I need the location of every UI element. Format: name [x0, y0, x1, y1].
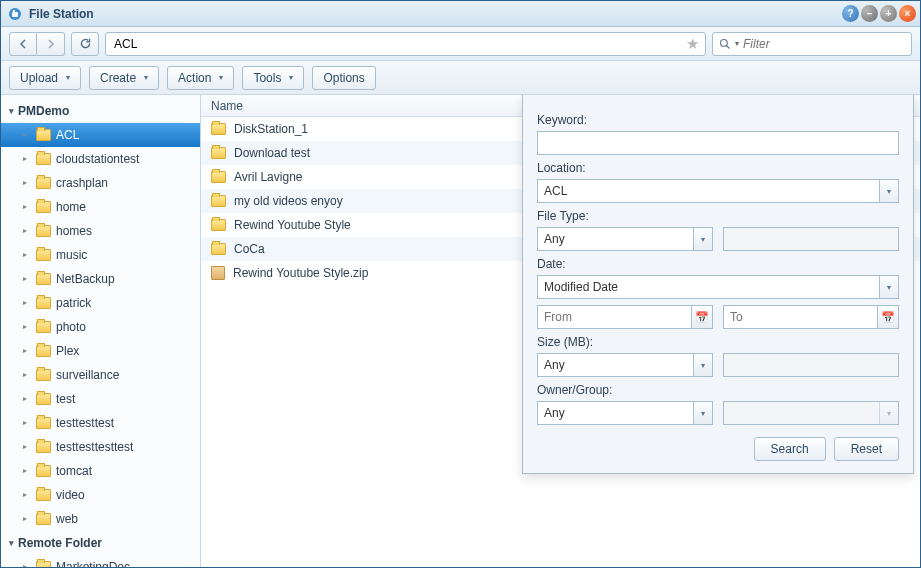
calendar-icon[interactable]: 📅	[691, 305, 713, 329]
sidebar-item[interactable]: ▸crashplan	[1, 171, 200, 195]
chevron-right-icon: ▸	[23, 295, 31, 311]
filter-input[interactable]	[743, 37, 905, 51]
action-button[interactable]: Action▾	[167, 66, 234, 90]
sidebar-item[interactable]: ▸tomcat	[1, 459, 200, 483]
chevron-right-icon: ▸	[23, 127, 31, 143]
favorite-icon[interactable]: ★	[682, 35, 703, 53]
folder-icon	[36, 201, 51, 213]
filetype-select[interactable]	[537, 227, 713, 251]
chevron-right-icon: ▸	[23, 367, 31, 383]
tools-button[interactable]: Tools▾	[242, 66, 304, 90]
owner-label: Owner/Group:	[537, 383, 899, 397]
sidebar-item[interactable]: ▸home	[1, 195, 200, 219]
file-name: Avril Lavigne	[234, 170, 302, 184]
sidebar-item[interactable]: ▸video	[1, 483, 200, 507]
sidebar-item-label: web	[56, 511, 78, 527]
folder-icon	[36, 465, 51, 477]
file-name: my old videos enyoy	[234, 194, 343, 208]
sidebar-item[interactable]: ▸surveillance	[1, 363, 200, 387]
folder-icon	[211, 243, 226, 255]
chevron-down-icon[interactable]: ▾	[879, 275, 899, 299]
sidebar-item-label: surveillance	[56, 367, 119, 383]
folder-icon	[36, 321, 51, 333]
sidebar-item[interactable]: ▸photo	[1, 315, 200, 339]
forward-button[interactable]	[37, 32, 65, 56]
sidebar-item-label: Plex	[56, 343, 79, 359]
sidebar-item-label: test	[56, 391, 75, 407]
sidebar-item[interactable]: ▸cloudstationtest	[1, 147, 200, 171]
path-bar: ★	[105, 32, 706, 56]
file-name: Rewind Youtube Style.zip	[233, 266, 368, 280]
sidebar-item[interactable]: ▸web	[1, 507, 200, 531]
sidebar-item-label: music	[56, 247, 87, 263]
chevron-down-icon: ▾	[9, 106, 14, 116]
keyword-input[interactable]	[537, 131, 899, 155]
calendar-icon[interactable]: 📅	[877, 305, 899, 329]
date-to-input[interactable]	[723, 305, 899, 329]
file-station-window: File Station ? – + × ★ ▾	[0, 0, 921, 568]
chevron-down-icon: ▾	[219, 73, 223, 82]
chevron-down-icon[interactable]: ▾	[693, 227, 713, 251]
upload-button[interactable]: Upload▾	[9, 66, 81, 90]
chevron-down-icon[interactable]: ▾	[693, 353, 713, 377]
sidebar-item[interactable]: ▸MarketingDoc	[1, 555, 200, 567]
sidebar-item[interactable]: ▸homes	[1, 219, 200, 243]
tree-root[interactable]: ▾Remote Folder	[1, 531, 200, 555]
sidebar-item-label: photo	[56, 319, 86, 335]
sidebar-item[interactable]: ▸test	[1, 387, 200, 411]
date-label: Date:	[537, 257, 899, 271]
chevron-right-icon: ▸	[23, 559, 31, 567]
reset-button[interactable]: Reset	[834, 437, 899, 461]
folder-icon	[211, 195, 226, 207]
file-name: DiskStation_1	[234, 122, 308, 136]
chevron-down-icon: ▾	[144, 73, 148, 82]
tree-root[interactable]: ▾PMDemo	[1, 99, 200, 123]
filter-box[interactable]: ▾	[712, 32, 912, 56]
sidebar-item[interactable]: ▸ACL	[1, 123, 200, 147]
file-name: CoCa	[234, 242, 265, 256]
app-icon	[7, 6, 23, 22]
folder-icon	[36, 225, 51, 237]
tree-root-label: Remote Folder	[18, 536, 102, 550]
sidebar-item-label: video	[56, 487, 85, 503]
chevron-down-icon[interactable]: ▾	[879, 179, 899, 203]
options-button[interactable]: Options	[312, 66, 375, 90]
chevron-right-icon: ▸	[23, 319, 31, 335]
file-name: Rewind Youtube Style	[234, 218, 351, 232]
folder-icon	[36, 177, 51, 189]
sidebar-item-label: homes	[56, 223, 92, 239]
sidebar-item[interactable]: ▸testtesttest	[1, 411, 200, 435]
sidebar-item-label: NetBackup	[56, 271, 115, 287]
owner-select[interactable]	[537, 401, 713, 425]
minimize-button[interactable]: –	[861, 5, 878, 22]
sidebar-item[interactable]: ▸testtesttesttest	[1, 435, 200, 459]
sidebar-item[interactable]: ▸patrick	[1, 291, 200, 315]
location-select[interactable]	[537, 179, 899, 203]
size-select[interactable]	[537, 353, 713, 377]
path-input[interactable]	[114, 37, 682, 51]
filetype-extra-input	[723, 227, 899, 251]
maximize-button[interactable]: +	[880, 5, 897, 22]
search-button[interactable]: Search	[754, 437, 826, 461]
back-button[interactable]	[9, 32, 37, 56]
refresh-button[interactable]	[71, 32, 99, 56]
close-button[interactable]: ×	[899, 5, 916, 22]
sidebar-item[interactable]: ▸music	[1, 243, 200, 267]
advanced-search-panel: Keyword: Location: ▾ File Type: ▾ Date: …	[522, 95, 914, 474]
create-button[interactable]: Create▾	[89, 66, 159, 90]
sidebar[interactable]: ▾PMDemo▸ACL▸cloudstationtest▸crashplan▸h…	[1, 95, 201, 567]
sidebar-item-label: ACL	[56, 127, 79, 143]
chevron-down-icon: ▾	[9, 538, 14, 548]
sidebar-item[interactable]: ▸NetBackup	[1, 267, 200, 291]
date-from-input[interactable]	[537, 305, 713, 329]
upload-label: Upload	[20, 71, 58, 85]
filter-dropdown-icon[interactable]: ▾	[735, 39, 739, 48]
folder-icon	[36, 249, 51, 261]
chevron-down-icon[interactable]: ▾	[693, 401, 713, 425]
date-type-select[interactable]	[537, 275, 899, 299]
sidebar-item[interactable]: ▸Plex	[1, 339, 200, 363]
help-button[interactable]: ?	[842, 5, 859, 22]
sidebar-item-label: tomcat	[56, 463, 92, 479]
sidebar-item-label: testtesttesttest	[56, 439, 133, 455]
folder-icon	[36, 489, 51, 501]
